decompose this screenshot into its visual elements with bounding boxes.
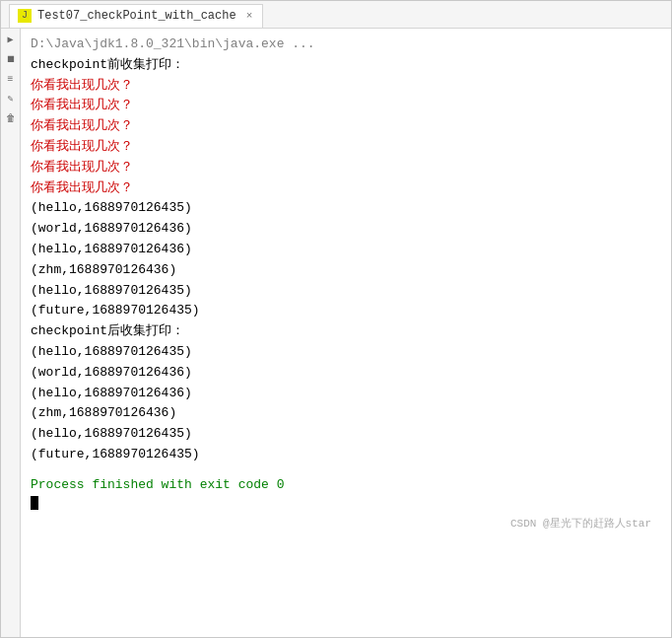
- tuple-after-1: (hello,1688970126435): [31, 342, 661, 363]
- main-area: ▶ ⏹ ≡ ✎ 🗑 D:\Java\jdk1.8.0_321\bin\java.…: [1, 29, 671, 637]
- process-finished-line: Process finished with exit code 0: [31, 475, 661, 496]
- console-output: D:\Java\jdk1.8.0_321\bin\java.exe ... ch…: [21, 29, 671, 637]
- delete-icon[interactable]: 🗑: [3, 111, 19, 125]
- watermark: CSDN @星光下的赶路人star: [31, 516, 661, 534]
- repeat-line-4: 你看我出现几次？: [31, 137, 661, 158]
- tuple-before-6: (future,1688970126435): [31, 301, 661, 321]
- repeat-line-6: 你看我出现几次？: [31, 178, 661, 199]
- tuple-after-2: (world,1688970126436): [31, 363, 661, 384]
- tuple-before-1: (hello,1688970126435): [31, 198, 661, 219]
- text-cursor: [31, 496, 38, 510]
- tuple-after-4: (zhm,1688970126436): [31, 403, 661, 424]
- repeat-line-3: 你看我出现几次？: [31, 116, 661, 137]
- menu-icon[interactable]: ≡: [3, 72, 19, 86]
- left-sidebar: ▶ ⏹ ≡ ✎ 🗑: [1, 29, 21, 637]
- tuple-before-4: (zhm,1688970126436): [31, 260, 661, 281]
- repeat-line-1: 你看我出现几次？: [31, 76, 661, 97]
- tab-icon: J: [18, 9, 32, 23]
- tuple-after-6: (future,1688970126435): [31, 445, 661, 465]
- checkpoint-after-label: checkpoint后收集打印：: [31, 321, 661, 342]
- repeat-line-2: 你看我出现几次？: [31, 96, 661, 116]
- tuple-before-3: (hello,1688970126436): [31, 240, 661, 260]
- tab-label: Test07_checkPoint_with_cache: [37, 9, 236, 23]
- java-exe-line: D:\Java\jdk1.8.0_321\bin\java.exe ...: [31, 35, 661, 55]
- tuple-before-2: (world,1688970126436): [31, 219, 661, 240]
- stop-icon[interactable]: ⏹: [3, 52, 19, 66]
- title-bar: J Test07_checkPoint_with_cache ×: [1, 1, 671, 29]
- checkpoint-before-label: checkpoint前收集打印：: [31, 55, 661, 76]
- tuple-after-3: (hello,1688970126436): [31, 384, 661, 404]
- run-icon[interactable]: ▶: [3, 33, 19, 46]
- repeat-line-5: 你看我出现几次？: [31, 158, 661, 178]
- window: J Test07_checkPoint_with_cache × ▶ ⏹ ≡ ✎…: [0, 0, 672, 638]
- tuple-after-5: (hello,1688970126435): [31, 424, 661, 445]
- tuple-before-5: (hello,1688970126435): [31, 281, 661, 302]
- edit-icon[interactable]: ✎: [3, 92, 19, 106]
- cursor-line: [31, 496, 661, 510]
- tab-close-button[interactable]: ×: [246, 10, 253, 22]
- console-tab[interactable]: J Test07_checkPoint_with_cache ×: [9, 4, 263, 28]
